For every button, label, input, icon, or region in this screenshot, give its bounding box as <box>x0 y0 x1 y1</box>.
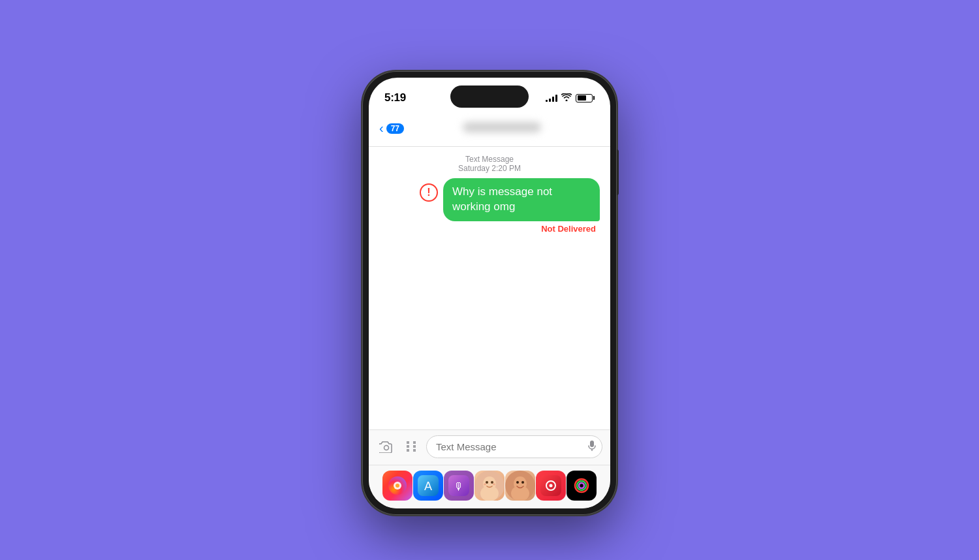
svg-point-5 <box>396 484 399 488</box>
contact-name-area[interactable] <box>404 122 600 135</box>
back-button[interactable]: ‹ 77 <box>379 122 404 134</box>
phone-screen: 5:19 <box>369 78 610 508</box>
svg-point-14 <box>491 481 493 484</box>
not-delivered-label: Not Delivered <box>379 224 600 234</box>
phone-wrapper: 5:19 <box>362 71 617 515</box>
status-time: 5:19 <box>384 91 406 104</box>
contact-name-blurred <box>463 122 541 132</box>
apps-button[interactable] <box>401 437 421 457</box>
svg-rect-1 <box>590 441 594 447</box>
input-bar <box>369 429 610 465</box>
svg-point-24 <box>550 484 553 488</box>
dock-activity[interactable] <box>567 471 597 501</box>
dock: A 🎙 <box>369 465 610 508</box>
camera-button[interactable] <box>377 437 396 457</box>
mic-icon[interactable] <box>588 441 596 453</box>
dynamic-island <box>450 86 529 108</box>
dock-music[interactable] <box>536 471 566 501</box>
svg-point-21 <box>521 481 524 484</box>
svg-point-0 <box>384 445 389 450</box>
svg-point-12 <box>480 486 499 501</box>
dock-podcasts[interactable]: 🎙 <box>444 471 474 501</box>
svg-point-20 <box>516 481 519 484</box>
svg-point-16 <box>493 484 495 486</box>
status-right <box>546 93 595 103</box>
message-bubble[interactable]: Why is message not working omg <box>443 178 600 221</box>
message-timestamp: Text Message Saturday 2:20 PM <box>379 155 600 173</box>
svg-point-13 <box>486 481 488 484</box>
svg-text:🎙: 🎙 <box>454 481 464 492</box>
timestamp-label: Text Message <box>379 155 600 164</box>
battery-icon <box>576 94 595 102</box>
wifi-icon <box>561 93 572 103</box>
text-input-wrap[interactable] <box>426 435 602 458</box>
dock-memoji2[interactable] <box>505 471 535 501</box>
error-icon[interactable]: ! <box>420 183 438 202</box>
dock-appstore[interactable]: A <box>413 471 443 501</box>
timestamp-date: Saturday 2:20 PM <box>379 164 600 173</box>
signal-icon <box>546 94 557 102</box>
dock-memoji1[interactable] <box>474 471 505 501</box>
svg-text:A: A <box>424 480 432 493</box>
svg-point-15 <box>484 484 486 486</box>
message-row: ! Why is message not working omg <box>379 178 600 221</box>
back-badge: 77 <box>386 123 404 134</box>
messages-area: Text Message Saturday 2:20 PM ! Why is m… <box>369 147 610 429</box>
message-input[interactable] <box>426 435 602 458</box>
back-chevron-icon: ‹ <box>379 121 384 134</box>
nav-bar: ‹ 77 <box>369 113 610 147</box>
dock-photos[interactable] <box>382 471 412 501</box>
